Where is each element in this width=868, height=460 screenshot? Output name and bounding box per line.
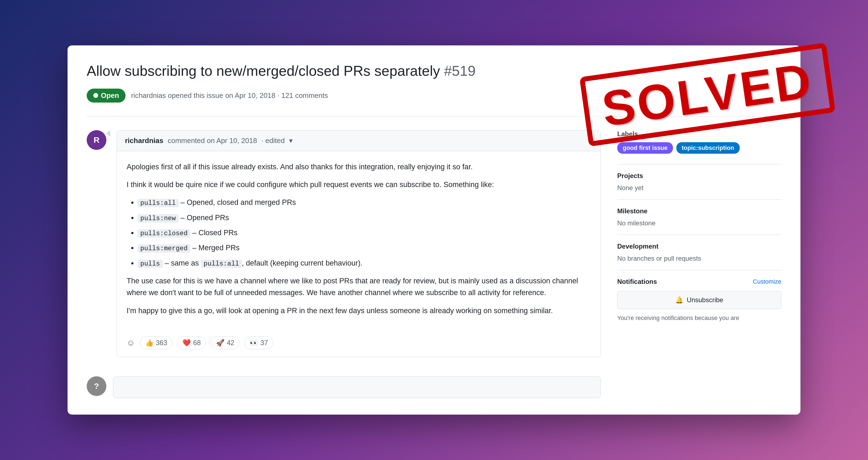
comment-edited: · edited: [261, 136, 285, 145]
unsubscribe-button[interactable]: 🔔 Unsubscribe: [617, 291, 781, 309]
list-item-2: pulls:new – Opened PRs: [137, 212, 591, 224]
sidebar-development-title: Development: [617, 243, 781, 250]
comment-header: richardnias commented on Apr 10, 2018 · …: [117, 130, 600, 151]
unsubscribe-label: Unsubscribe: [687, 296, 723, 304]
reaction-row: ☺ 👍 363 ❤️ 68 🚀 42: [117, 331, 600, 357]
list-item-1: pulls:all – Opened, closed and merged PR…: [137, 196, 591, 208]
sidebar-milestone-section: Milestone No milestone: [617, 200, 781, 235]
sidebar-notifications-title: Notifications: [617, 278, 657, 285]
comment-para2: I think it would be quire nice if we cou…: [127, 179, 591, 191]
open-badge-dot: [93, 93, 98, 98]
notifications-row: Notifications Customize: [617, 278, 781, 285]
sidebar-development-section: Development No branches or pull requests: [617, 235, 781, 270]
sidebar-projects-title: Projects: [617, 172, 781, 180]
content-layout: R richardnias commented on Apr 10, 2018 …: [87, 130, 781, 398]
comment-box: richardnias commented on Apr 10, 2018 · …: [117, 130, 601, 357]
open-badge-label: Open: [101, 91, 119, 100]
sidebar-projects-value: None yet: [617, 184, 781, 192]
reaction-rocket-emoji: 🚀: [216, 339, 224, 347]
reaction-thumbsup-count: 363: [156, 339, 167, 347]
comment-date: commented on Apr 10, 2018: [168, 136, 257, 145]
comment-username[interactable]: richardnias: [125, 136, 163, 145]
reaction-eyes[interactable]: 👀 37: [245, 336, 273, 349]
browser-window: SOLVED Allow subscribing to new/merged/c…: [67, 45, 801, 414]
comment-start-box[interactable]: [113, 376, 601, 398]
code-pulls-all-2: pulls:all: [201, 259, 242, 268]
sidebar-milestone-title: Milestone: [617, 207, 781, 215]
list-item-5: pulls – same as pulls:all, default (keep…: [137, 257, 591, 269]
solved-text: SOLVED: [599, 53, 816, 136]
avatar-container: R: [87, 130, 110, 150]
bell-slash-icon: 🔔: [675, 296, 683, 304]
list-item-3: pulls:closed – Closed PRs: [137, 227, 591, 239]
comment-para3: The use case for this is we have a chann…: [127, 275, 591, 299]
avatar-2: ?: [87, 376, 106, 396]
open-badge: Open: [87, 89, 126, 102]
solved-stamp-inner: SOLVED: [579, 43, 836, 147]
comment-list: pulls:all – Opened, closed and merged PR…: [137, 196, 591, 269]
code-pulls-all: pulls:all: [137, 199, 179, 207]
avatar-arrow: [106, 130, 110, 137]
next-comment-area: ?: [87, 376, 601, 398]
sidebar-development-value: No branches or pull requests: [617, 255, 781, 262]
reaction-thumbsup[interactable]: 👍 363: [140, 336, 173, 349]
code-pulls-new: pulls:new: [137, 214, 179, 223]
reaction-heart[interactable]: ❤️ 68: [177, 336, 206, 349]
notifications-note: You're receiving notifications because y…: [617, 313, 781, 323]
customize-link[interactable]: Customize: [753, 278, 781, 285]
main-content: R richardnias commented on Apr 10, 2018 …: [87, 130, 601, 398]
comment-para1: Apologies first of all if this issue alr…: [127, 161, 591, 173]
reaction-eyes-emoji: 👀: [250, 339, 258, 347]
code-pulls: pulls: [137, 259, 163, 268]
add-reaction-button[interactable]: ☺: [127, 338, 135, 347]
reaction-thumbsup-emoji: 👍: [145, 339, 154, 347]
reaction-rocket-count: 42: [227, 339, 235, 347]
code-pulls-merged: pulls:merged: [137, 244, 190, 253]
comment-edited-caret[interactable]: ▾: [289, 136, 292, 145]
sidebar-notifications-section: Notifications Customize 🔔 Unsubscribe Yo…: [617, 270, 781, 330]
reaction-eyes-count: 37: [260, 339, 268, 347]
issue-meta-text: richardnias opened this issue on Apr 10,…: [131, 91, 328, 100]
issue-number: #519: [444, 63, 475, 79]
issue-title-text: Allow subscribing to new/merged/closed P…: [87, 63, 440, 79]
comment-with-avatar: R richardnias commented on Apr 10, 2018 …: [87, 130, 601, 368]
comment-para4: I'm happy to give this a go, will look a…: [127, 305, 591, 317]
comment-body: Apologies first of all if this issue alr…: [117, 151, 600, 331]
avatar-letter: R: [94, 135, 99, 145]
code-pulls-closed: pulls:closed: [137, 229, 190, 238]
reaction-rocket[interactable]: 🚀 42: [211, 336, 240, 349]
sidebar-projects-section: Projects None yet: [617, 164, 781, 200]
solved-stamp: SOLVED: [591, 23, 824, 167]
sidebar-milestone-value: No milestone: [617, 219, 781, 227]
avatar: R: [87, 130, 106, 150]
list-item-4: pulls:merged – Merged PRs: [137, 242, 591, 254]
reaction-heart-emoji: ❤️: [182, 339, 191, 347]
reaction-heart-count: 68: [193, 339, 201, 347]
avatar-2-letter: ?: [94, 381, 99, 391]
